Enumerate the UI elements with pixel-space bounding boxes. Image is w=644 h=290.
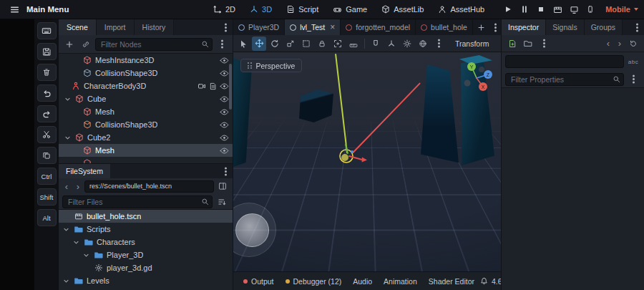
tree-row[interactable]: CollisionShape3D	[59, 118, 233, 131]
alt-key-button[interactable]: Alt	[37, 209, 57, 226]
load-resource-folder-icon[interactable]	[521, 37, 535, 51]
scene-tab-lvl-test[interactable]: lvl_Test ×	[285, 19, 341, 35]
eye-icon[interactable]	[220, 95, 229, 104]
eye-icon[interactable]	[220, 120, 229, 130]
list-item[interactable]: Characters	[59, 236, 233, 248]
history-back-icon[interactable]: ‹	[603, 38, 613, 49]
tab-assethub[interactable]: AssetHub	[431, 0, 492, 19]
movie-mode-button[interactable]	[583, 2, 597, 16]
kebab-menu-icon[interactable]	[626, 72, 640, 87]
play-scene-button[interactable]	[550, 2, 565, 16]
perspective-menu[interactable]: Perspective	[240, 59, 302, 72]
tree-row[interactable]: Cube2	[59, 131, 233, 144]
tab-3d[interactable]: 3D	[243, 0, 279, 19]
tab-script[interactable]: Script	[279, 0, 326, 19]
rotate-tool[interactable]	[268, 37, 282, 51]
shader-editor-panel-button[interactable]: Shader Editor	[423, 272, 480, 290]
tab-assetlib[interactable]: AssetLib	[374, 0, 431, 19]
shift-key-button[interactable]: Shift	[37, 188, 57, 206]
kebab-menu-icon[interactable]	[215, 37, 229, 52]
axis-orientation-gizmo[interactable]: Y Z X	[459, 59, 494, 94]
ruler-icon[interactable]	[346, 37, 361, 51]
move-tool[interactable]	[252, 37, 266, 51]
kebab-menu-icon[interactable]	[537, 37, 551, 51]
eye-icon[interactable]	[220, 107, 229, 117]
group-icon[interactable]	[331, 37, 345, 51]
undo-button[interactable]	[37, 84, 57, 102]
hamburger-icon[interactable]	[7, 2, 21, 16]
audio-panel-button[interactable]: Audio	[347, 272, 378, 290]
tab-game[interactable]: Game	[326, 0, 374, 19]
kebab-menu-icon[interactable]	[630, 20, 644, 34]
history-back-icon[interactable]: ‹	[62, 181, 72, 192]
chevron-down-icon[interactable]	[63, 96, 72, 102]
save-button[interactable]	[37, 43, 57, 60]
tree-row[interactable]: MeshInstance3D	[59, 54, 233, 67]
history-forward-icon[interactable]: ›	[615, 38, 625, 49]
viewport-3d[interactable]: Y Z X Perspective	[233, 52, 501, 271]
scale-tool[interactable]	[283, 37, 298, 51]
scene-tab-player3d[interactable]: Player3D	[233, 19, 285, 35]
preview-environment-icon[interactable]	[416, 37, 430, 51]
snap-icon[interactable]	[369, 37, 383, 51]
history-forward-icon[interactable]: ›	[73, 181, 83, 192]
tab-scene[interactable]: Scene	[59, 19, 97, 35]
lock-icon[interactable]	[315, 37, 329, 51]
tree-row-selected[interactable]: Mesh	[59, 144, 233, 157]
list-item[interactable]: Levels	[59, 274, 233, 287]
animation-panel-button[interactable]: Animation	[378, 272, 423, 290]
camera-preview-badge-icon[interactable]	[197, 82, 206, 90]
name-style-toggle[interactable]: abc	[626, 54, 640, 69]
sort-files-icon[interactable]	[215, 195, 229, 209]
pause-button[interactable]	[517, 2, 532, 16]
main-menu-button[interactable]: Main Menu	[26, 5, 69, 14]
tab-groups[interactable]: Groups	[585, 19, 623, 35]
kebab-menu-icon[interactable]	[218, 164, 233, 178]
object-name-field[interactable]	[505, 55, 624, 68]
tree-row[interactable]: Cube	[59, 92, 233, 105]
tab-history[interactable]: History	[135, 19, 175, 35]
select-tool[interactable]	[236, 37, 250, 51]
tree-row[interactable]	[59, 157, 233, 163]
list-item[interactable]: player_3d.gd	[59, 261, 233, 274]
eye-icon[interactable]	[220, 56, 229, 65]
tree-row[interactable]: CollisionShape3D	[59, 67, 233, 79]
eye-icon[interactable]	[220, 146, 229, 155]
eye-icon[interactable]	[220, 82, 229, 91]
redo-button[interactable]	[37, 105, 57, 122]
list-select-tool[interactable]	[299, 37, 313, 51]
chevron-down-icon[interactable]	[82, 252, 90, 258]
left-joystick-knob[interactable]	[235, 213, 269, 247]
close-icon[interactable]: ×	[330, 22, 335, 32]
tab-2d[interactable]: 2D	[206, 0, 243, 19]
remote-debug-button[interactable]	[567, 2, 581, 16]
scene-tab-bullet-hole[interactable]: bullet_hole	[416, 19, 473, 35]
local-space-icon[interactable]	[384, 37, 399, 51]
ctrl-key-button[interactable]: Ctrl	[37, 168, 57, 185]
tree-row[interactable]: CharacterBody3D	[59, 79, 233, 92]
chevron-down-icon[interactable]	[62, 226, 70, 233]
tab-import[interactable]: Import	[97, 19, 135, 35]
filesystem-title-tab[interactable]: FileSystem	[59, 164, 110, 178]
chevron-down-icon[interactable]	[72, 239, 80, 246]
scene-tab-forgotten-model[interactable]: forgotten_model	[341, 19, 416, 35]
tab-signals[interactable]: Signals	[546, 19, 584, 35]
filter-properties-input[interactable]	[505, 73, 624, 86]
notification-bell-icon[interactable]	[480, 277, 488, 285]
scrollbar[interactable]	[229, 64, 232, 110]
play-button[interactable]	[501, 2, 515, 16]
filter-nodes-input[interactable]	[95, 38, 213, 51]
new-resource-icon[interactable]	[505, 37, 519, 51]
new-scene-tab-button[interactable]	[474, 20, 489, 34]
delete-button[interactable]	[37, 64, 57, 81]
filter-files-input[interactable]	[62, 195, 213, 208]
cut-button[interactable]	[37, 126, 57, 143]
list-item[interactable]: Scripts	[59, 223, 233, 236]
keyboard-toggle-button[interactable]	[37, 22, 57, 39]
tree-row[interactable]: Mesh	[59, 105, 233, 118]
list-item-selected[interactable]: bullet_hole.tscn	[59, 210, 233, 223]
copy-button[interactable]	[37, 147, 57, 164]
list-item[interactable]: Player_3D	[59, 248, 233, 261]
run-profile-dropdown[interactable]: Mobile	[605, 5, 638, 14]
debugger-panel-button[interactable]: Debugger (12)	[280, 272, 348, 290]
